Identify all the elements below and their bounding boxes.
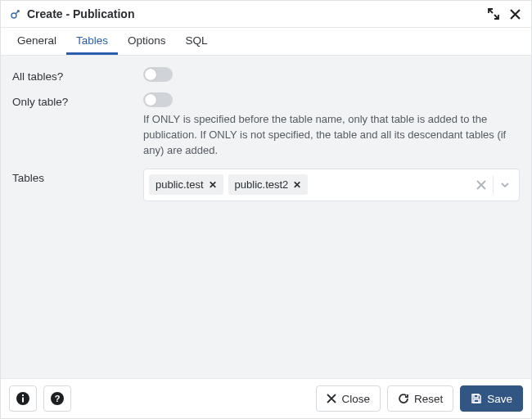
- label-only-table: Only table?: [12, 92, 143, 108]
- chevron-down-icon[interactable]: [496, 176, 514, 194]
- table-chip: public.test ✕: [149, 174, 223, 195]
- dialog-title: Create - Publication: [27, 7, 480, 20]
- select-actions: [472, 176, 514, 194]
- dialog-body: All tables? Only table? If ONLY is speci…: [1, 56, 531, 378]
- dialog-footer: ? Close Reset Save: [1, 378, 531, 418]
- reset-label: Reset: [414, 393, 443, 405]
- label-tables: Tables: [12, 169, 143, 184]
- save-icon: [471, 393, 482, 404]
- svg-rect-6: [474, 394, 478, 398]
- info-button[interactable]: [9, 385, 37, 412]
- toggle-only-table[interactable]: [143, 92, 173, 107]
- tab-general[interactable]: General: [7, 28, 66, 55]
- close-label: Close: [341, 393, 370, 405]
- close-icon[interactable]: [507, 6, 523, 22]
- row-all-tables: All tables?: [12, 67, 520, 83]
- help-only-table: If ONLY is specified before the table na…: [143, 112, 520, 159]
- svg-rect-2: [22, 398, 24, 403]
- create-publication-dialog: Create - Publication General Tables Opti…: [0, 0, 532, 419]
- toggle-all-tables[interactable]: [143, 67, 173, 82]
- save-label: Save: [487, 393, 512, 405]
- separator: [493, 176, 494, 194]
- svg-text:?: ?: [55, 394, 61, 403]
- tables-chips: public.test ✕ public.test2 ✕: [149, 174, 467, 195]
- titlebar: Create - Publication: [1, 1, 531, 28]
- row-only-table: Only table? If ONLY is specified before …: [12, 92, 520, 159]
- clear-all-icon[interactable]: [472, 176, 490, 194]
- tab-tables[interactable]: Tables: [66, 28, 118, 55]
- row-tables: Tables public.test ✕ public.test2 ✕: [12, 169, 520, 201]
- help-button[interactable]: ?: [43, 385, 71, 412]
- svg-rect-7: [474, 399, 479, 403]
- chip-remove-icon[interactable]: ✕: [209, 180, 217, 190]
- svg-rect-3: [22, 394, 24, 396]
- publication-icon: [9, 7, 22, 20]
- label-all-tables: All tables?: [12, 67, 143, 83]
- chip-label: public.test: [156, 178, 204, 191]
- table-chip: public.test2 ✕: [228, 174, 309, 195]
- save-button[interactable]: Save: [460, 385, 523, 412]
- reset-icon: [398, 393, 409, 404]
- chip-label: public.test2: [235, 178, 289, 191]
- tables-select[interactable]: public.test ✕ public.test2 ✕: [143, 169, 520, 201]
- tab-options[interactable]: Options: [118, 28, 176, 55]
- reset-button[interactable]: Reset: [387, 385, 453, 412]
- tabs: General Tables Options SQL: [1, 28, 531, 56]
- chip-remove-icon[interactable]: ✕: [293, 180, 301, 190]
- close-button[interactable]: Close: [316, 385, 381, 412]
- close-icon: [327, 394, 336, 403]
- maximize-icon[interactable]: [485, 6, 502, 22]
- tab-sql[interactable]: SQL: [176, 28, 218, 55]
